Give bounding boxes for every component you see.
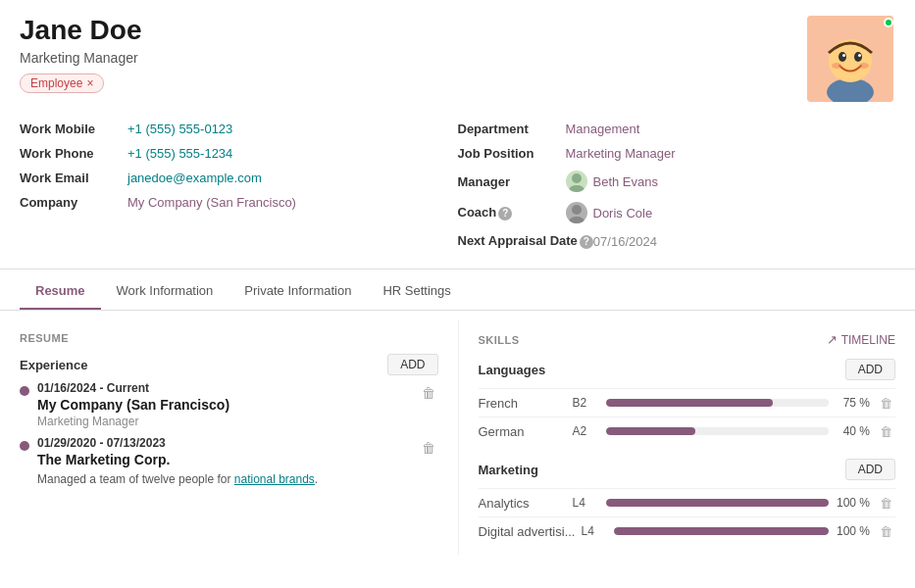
manager-row: Manager Beth Evans bbox=[458, 167, 896, 196]
skill-name-french: French bbox=[479, 396, 567, 411]
exp-dot-1 bbox=[20, 386, 29, 396]
exp-dot-2 bbox=[20, 441, 29, 451]
svg-point-2 bbox=[829, 39, 872, 82]
exp-item-1-main: 01/16/2024 - Current My Company (San Fra… bbox=[20, 381, 419, 428]
languages-add-button[interactable]: ADD bbox=[845, 359, 895, 380]
skill-level-french: B2 bbox=[573, 396, 600, 410]
info-col-left: Work Mobile +1 (555) 555-0123 Work Phone… bbox=[20, 118, 458, 253]
svg-point-12 bbox=[569, 217, 585, 223]
header-divider bbox=[0, 269, 915, 270]
exp-item-2-main: 01/29/2020 - 07/13/2023 The Marketing Co… bbox=[20, 436, 419, 488]
skill-bar-digital-advertising bbox=[614, 527, 829, 535]
employee-info-header: Jane Doe Marketing Manager Employee × bbox=[20, 16, 142, 93]
work-email-label: Work Email bbox=[20, 171, 127, 185]
skill-bar-german bbox=[606, 427, 695, 435]
tab-hr-settings[interactable]: HR Settings bbox=[367, 273, 466, 310]
skill-bar-analytics bbox=[606, 499, 830, 507]
exp-role-1: Marketing Manager bbox=[37, 415, 419, 428]
svg-point-3 bbox=[839, 52, 846, 62]
skill-bar-wrap-german bbox=[606, 427, 830, 435]
experience-title: Experience bbox=[20, 358, 87, 372]
exp-trash-2[interactable]: 🗑 bbox=[419, 438, 438, 458]
skill-trash-digital-advertising[interactable]: 🗑 bbox=[876, 521, 895, 541]
department-label: Department bbox=[458, 122, 566, 136]
coach-name[interactable]: Doris Cole bbox=[593, 206, 653, 220]
skill-bar-wrap-digital-advertising bbox=[614, 527, 829, 535]
exp-company-1: My Company (San Francisco) bbox=[37, 397, 419, 413]
work-phone-label: Work Phone bbox=[20, 146, 127, 161]
manager-label: Manager bbox=[458, 174, 566, 189]
languages-group-name: Languages bbox=[479, 363, 546, 377]
manager-name[interactable]: Beth Evans bbox=[593, 174, 659, 189]
skill-row-analytics: Analytics L4 100 % 🗑 bbox=[479, 488, 896, 516]
department-value[interactable]: Management bbox=[566, 122, 640, 136]
skill-name-analytics: Analytics bbox=[479, 496, 567, 511]
skill-pct-digital-advertising: 100 % bbox=[835, 524, 870, 538]
svg-point-10 bbox=[569, 185, 585, 192]
resume-section: RESUME Experience ADD 01/16/2024 - Curre… bbox=[20, 320, 458, 555]
experience-item-1: 01/16/2024 - Current My Company (San Fra… bbox=[20, 381, 438, 428]
skills-title: SKILLS bbox=[479, 334, 520, 346]
skill-name-german: German bbox=[479, 424, 567, 439]
tab-private-information[interactable]: Private Information bbox=[229, 273, 367, 310]
marketing-add-button[interactable]: ADD bbox=[845, 459, 895, 480]
tab-bar: Resume Work Information Private Informat… bbox=[0, 273, 915, 311]
appraisal-help-icon[interactable]: ? bbox=[580, 235, 593, 249]
badge-remove-icon[interactable]: × bbox=[86, 76, 93, 90]
skill-level-digital-advertising: L4 bbox=[581, 524, 608, 538]
resume-section-title: RESUME bbox=[20, 332, 438, 344]
skill-trash-french[interactable]: 🗑 bbox=[876, 393, 895, 413]
work-phone-value: +1 (555) 555-1234 bbox=[127, 146, 232, 161]
skill-trash-analytics[interactable]: 🗑 bbox=[876, 493, 895, 513]
department-row: Department Management bbox=[458, 118, 896, 140]
job-position-value[interactable]: Marketing Manager bbox=[566, 146, 676, 161]
main-content: RESUME Experience ADD 01/16/2024 - Curre… bbox=[0, 320, 915, 555]
skill-row-digital-advertising: Digital advertisi... L4 100 % 🗑 bbox=[479, 516, 896, 545]
skill-group-marketing: Marketing ADD Analytics L4 100 % 🗑 Digit… bbox=[479, 455, 896, 545]
work-mobile-value: +1 (555) 555-0123 bbox=[127, 122, 232, 136]
skill-bar-french bbox=[606, 399, 774, 407]
timeline-button[interactable]: ↗ TIMELINE bbox=[827, 332, 895, 347]
work-mobile-label: Work Mobile bbox=[20, 122, 127, 136]
svg-point-8 bbox=[859, 63, 869, 69]
page-header: Jane Doe Marketing Manager Employee × bbox=[0, 0, 915, 104]
badge-label: Employee bbox=[30, 76, 82, 90]
skills-header: SKILLS ↗ TIMELINE bbox=[479, 332, 896, 347]
tab-resume[interactable]: Resume bbox=[20, 273, 101, 310]
exp-date-1: 01/16/2024 - Current bbox=[37, 381, 419, 395]
avatar bbox=[807, 16, 893, 102]
skill-row-german: German A2 40 % 🗑 bbox=[479, 416, 896, 445]
experience-item-2: 01/29/2020 - 07/13/2023 The Marketing Co… bbox=[20, 436, 438, 488]
avatar-image bbox=[807, 16, 893, 102]
skill-level-german: A2 bbox=[573, 424, 600, 438]
languages-group-header: Languages ADD bbox=[479, 355, 896, 384]
skill-name-digital-advertising: Digital advertisi... bbox=[479, 524, 576, 539]
exp-content-1: 01/16/2024 - Current My Company (San Fra… bbox=[37, 381, 419, 428]
coach-value-row: Doris Cole bbox=[566, 202, 653, 223]
skill-bar-wrap-analytics bbox=[606, 499, 830, 507]
exp-company-2: The Marketing Corp. bbox=[37, 452, 419, 467]
exp-highlight-link[interactable]: national brands bbox=[234, 472, 315, 486]
company-value[interactable]: My Company (San Francisco) bbox=[127, 195, 296, 210]
job-position-row: Job Position Marketing Manager bbox=[458, 142, 896, 165]
exp-trash-1[interactable]: 🗑 bbox=[419, 383, 438, 403]
exp-date-2: 01/29/2020 - 07/13/2023 bbox=[37, 436, 419, 450]
skill-group-languages: Languages ADD French B2 75 % 🗑 German A2 bbox=[479, 355, 896, 445]
company-label: Company bbox=[20, 195, 127, 210]
skill-trash-german[interactable]: 🗑 bbox=[876, 421, 895, 441]
employee-badge[interactable]: Employee × bbox=[20, 74, 104, 93]
marketing-group-header: Marketing ADD bbox=[479, 455, 896, 484]
coach-help-icon[interactable]: ? bbox=[498, 207, 512, 220]
tab-work-information[interactable]: Work Information bbox=[101, 273, 229, 310]
svg-point-9 bbox=[572, 173, 582, 183]
svg-point-5 bbox=[842, 54, 845, 57]
work-mobile-row: Work Mobile +1 (555) 555-0123 bbox=[20, 118, 458, 140]
marketing-group-name: Marketing bbox=[479, 463, 538, 477]
skill-level-analytics: L4 bbox=[573, 496, 600, 510]
skill-pct-analytics: 100 % bbox=[835, 496, 870, 510]
work-email-row: Work Email janedoe@example.com bbox=[20, 167, 458, 189]
skills-section: SKILLS ↗ TIMELINE Languages ADD French B… bbox=[458, 320, 896, 555]
skill-bar-wrap-french bbox=[606, 399, 830, 407]
experience-add-button[interactable]: ADD bbox=[387, 354, 437, 375]
skill-pct-german: 40 % bbox=[835, 424, 870, 438]
